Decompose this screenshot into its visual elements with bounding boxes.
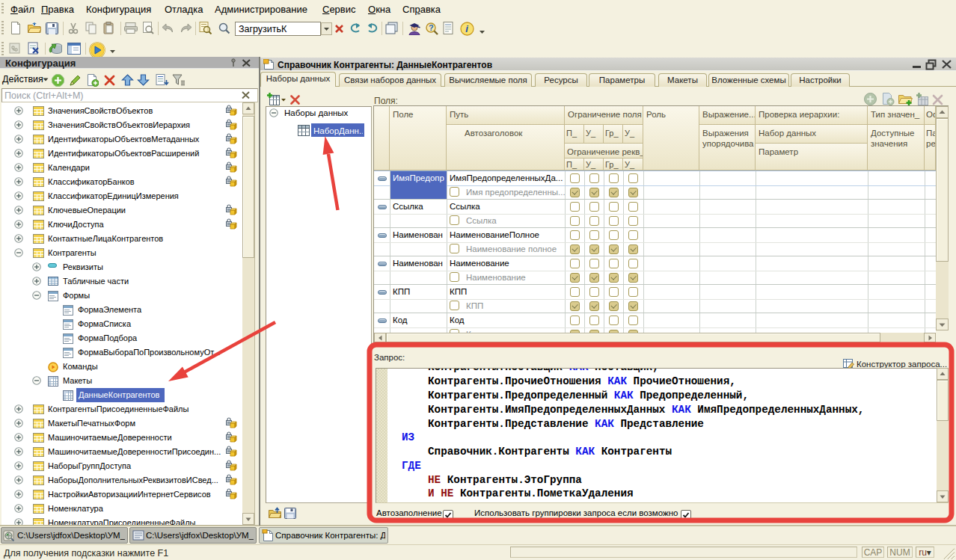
svg-text:?: ? <box>429 23 434 32</box>
svg-text:i: i <box>465 23 468 34</box>
